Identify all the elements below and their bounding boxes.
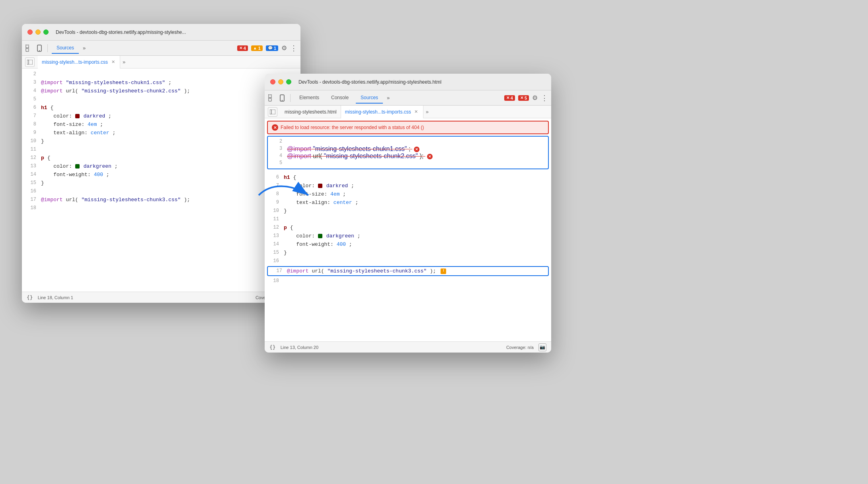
error-badge-1[interactable]: ✕ 4 (237, 45, 248, 51)
warning-badge-1[interactable]: ▲ 1 (251, 45, 263, 51)
more-tabs-icon-1[interactable]: » (81, 44, 87, 52)
settings-icon-1[interactable]: ⚙ (281, 44, 287, 52)
maximize-button-1[interactable] (43, 29, 49, 35)
info-badge-1[interactable]: 💬 1 (266, 45, 278, 51)
error-icon-line3: ✕ (414, 147, 419, 152)
code-line-4-2: 4 @import url( "missing-stylesheets-chun… (268, 153, 548, 160)
tab-elements-2[interactable]: Elements (295, 92, 324, 104)
svg-rect-9 (269, 95, 271, 98)
code-line-4-1: 4 @import url( "missing-stylesheets-chun… (22, 87, 300, 95)
svg-rect-10 (269, 98, 271, 101)
more-menu-icon-2[interactable]: ⋮ (541, 94, 548, 102)
highlight-box-line17: 17 @import url( "missing-stylesheets-chu… (267, 266, 549, 276)
close-button-2[interactable] (270, 79, 275, 84)
sidebar-toggle-2[interactable] (268, 107, 277, 117)
code-line-17-1: 17 @import url( "missing-stylesheets-chu… (22, 196, 300, 204)
code-line-15-1: 15 } (22, 179, 300, 187)
title-bar-2: DevTools - devtools-dbg-stories.netlify.… (265, 74, 551, 90)
file-tabs-1: missing-stylesh...ts-imports.css ✕ » (22, 56, 300, 69)
maximize-button-2[interactable] (286, 79, 291, 84)
devtools-window-2: DevTools - devtools-dbg-stories.netlify.… (265, 74, 551, 353)
code-line-10-1: 10 } (22, 137, 300, 145)
screenshot-icon-2[interactable]: 📷 (538, 343, 546, 351)
code-line-16-2: 16 (265, 257, 551, 265)
error-badge-2a[interactable]: ✕ 4 (504, 95, 515, 101)
sidebar-toggle-1[interactable] (25, 57, 35, 67)
toolbar-divider-2 (290, 94, 291, 102)
curly-brace-icon-2: {} (269, 344, 276, 350)
devtools-window-1: DevTools - devtools-dbg-stories.netlify.… (22, 24, 300, 303)
svg-rect-4 (27, 60, 29, 65)
error-message-text: Failed to load resource: the server resp… (281, 125, 424, 130)
code-line-13-2: 13 color: darkgreen ; (265, 232, 551, 240)
code-area-wrapper-2: ✕ Failed to load resource: the server re… (265, 118, 551, 341)
highlight-box-lines-3-4: 2 3 @import "missing-stylesheets-chukn1.… (267, 136, 549, 169)
code-line-5-1: 5 (22, 95, 300, 104)
error-icon-banner: ✕ (272, 124, 278, 131)
status-bar-2: {} Line 13, Column 20 Coverage: n/a 📷 (265, 341, 551, 353)
inspect-icon[interactable] (25, 44, 33, 52)
code-line-11-1: 11 (22, 145, 300, 154)
coverage-2: Coverage: n/a (506, 345, 534, 350)
tab-console-2[interactable]: Console (326, 92, 353, 104)
code-line-13-1: 13 color: darkgreen ; (22, 162, 300, 170)
error-badge-2b[interactable]: ✕ 5 (518, 95, 529, 101)
traffic-lights-1 (27, 29, 49, 35)
code-line-9-2: 9 text-align: center ; (265, 198, 551, 207)
code-line-18-1: 18 (22, 204, 300, 212)
window-title-2: DevTools - devtools-dbg-stories.netlify.… (298, 79, 441, 85)
minimize-button-1[interactable] (35, 29, 41, 35)
file-tab-more-1[interactable]: » (120, 59, 128, 65)
tab-sources-1[interactable]: Sources (52, 43, 79, 54)
code-line-15-2: 15 } (265, 249, 551, 257)
inspect-icon-2[interactable] (268, 94, 276, 102)
file-tabs-2: missing-stylesheets.html missing-stylesh… (265, 106, 551, 118)
code-line-17-2: 17 @import url( "missing-stylesheets-chu… (268, 267, 548, 275)
close-button-1[interactable] (27, 29, 33, 35)
svg-point-12 (282, 100, 283, 101)
device-icon-2[interactable] (278, 94, 286, 102)
svg-rect-1 (26, 49, 29, 51)
more-menu-icon-1[interactable]: ⋮ (290, 44, 297, 53)
cursor-position-2: Line 13, Column 20 (281, 345, 318, 350)
code-line-2-1: 2 (22, 70, 300, 78)
window-title-1: DevTools - devtools-dbg-stories.netlify.… (56, 29, 186, 35)
code-line-6-2: 6 h1 { (265, 173, 551, 182)
code-line-14-1: 14 font-weight: 400 ; (22, 170, 300, 179)
file-tab-close-1[interactable]: ✕ (110, 59, 116, 65)
toolbar-divider-1 (47, 44, 48, 52)
file-tab-html-2[interactable]: missing-stylesheets.html (281, 106, 341, 118)
code-line-3-1: 3 @import "missing-stylesheets-chukn1.cs… (22, 78, 300, 87)
code-line-8-2: 8 font-size: 4em ; (265, 190, 551, 198)
code-line-16-1: 16 (22, 187, 300, 196)
code-line-5-2: 5 (268, 160, 548, 167)
device-icon[interactable] (35, 44, 43, 52)
toolbar-2: Elements Console Sources » ✕ 4 ✕ 5 ⚙ ⋮ (265, 90, 551, 106)
code-line-12-1: 12 p { (22, 154, 300, 162)
code-editor-1[interactable]: 2 3 @import "missing-stylesheets-chukn1.… (22, 69, 300, 292)
code-editor-2[interactable]: 6 h1 { 7 color: darkred ; (265, 172, 551, 341)
code-line-7-1: 7 color: darkred ; (22, 112, 300, 120)
code-line-6-1: 6 h1 { (22, 104, 300, 112)
status-bar-1: {} Line 18, Column 1 Coverage: n/a 📷 (22, 292, 300, 303)
settings-icon-2[interactable]: ⚙ (532, 94, 538, 102)
cursor-position-1: Line 18, Column 1 (38, 295, 73, 300)
error-icon-line4: ✕ (427, 154, 433, 159)
minimize-button-2[interactable] (278, 79, 283, 84)
code-line-7-2: 7 color: darkred ; (265, 182, 551, 190)
file-tab-css-2[interactable]: missing-stylesh...ts-imports.css ✕ (341, 106, 423, 118)
svg-point-3 (39, 50, 40, 51)
file-tab-close-2[interactable]: ✕ (414, 109, 419, 115)
code-line-11-2: 11 (265, 215, 551, 223)
traffic-lights-2 (270, 79, 291, 84)
toolbar-1: Sources » ✕ 4 ▲ 1 💬 1 ⚙ ⋮ (22, 41, 300, 56)
file-tab-more-2[interactable]: » (423, 109, 431, 115)
tab-sources-2[interactable]: Sources (356, 92, 383, 104)
error-message-banner: ✕ Failed to load resource: the server re… (267, 121, 549, 134)
code-line-12-2: 12 p { (265, 223, 551, 232)
file-tab-css-1[interactable]: missing-stylesh...ts-imports.css ✕ (38, 56, 120, 69)
svg-rect-0 (26, 45, 29, 48)
code-line-3-2: 3 @import "missing-stylesheets-chukn1.cs… (268, 145, 548, 153)
code-line-18-2: 18 (265, 277, 551, 285)
more-tabs-icon-2[interactable]: » (385, 94, 391, 102)
